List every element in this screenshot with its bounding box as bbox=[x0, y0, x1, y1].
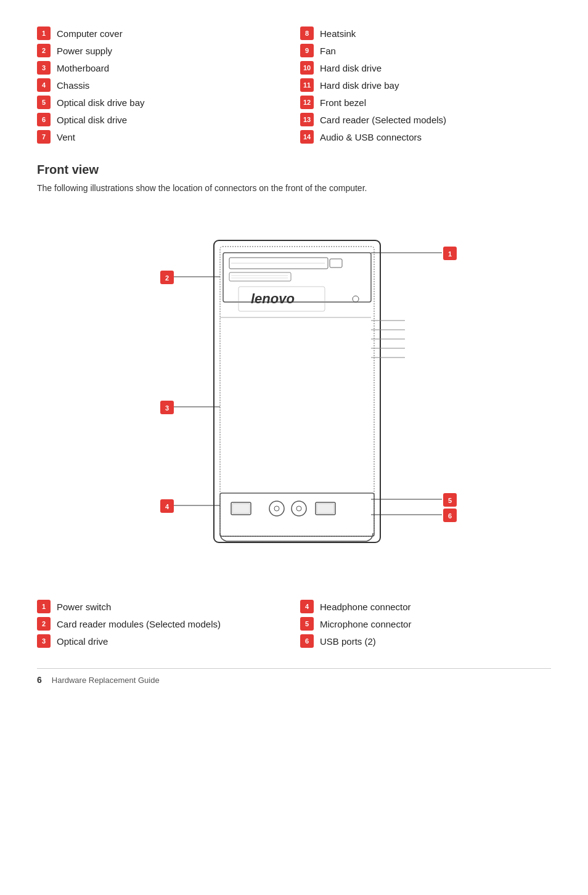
badge-10: 10 bbox=[300, 61, 314, 75]
callout-label-2: Card reader modules (Selected models) bbox=[57, 619, 221, 629]
callout-item-2: 2 Card reader modules (Selected models) bbox=[37, 615, 288, 632]
svg-rect-21 bbox=[317, 504, 334, 513]
badge-9: 9 bbox=[300, 44, 314, 57]
callout-label-3: Optical drive bbox=[57, 636, 108, 647]
part-label-12: Front bezel bbox=[320, 97, 366, 108]
callout-label-5: Microphone connector bbox=[320, 619, 411, 629]
svg-point-16 bbox=[269, 501, 284, 516]
callout-badge-1: 1 bbox=[37, 600, 51, 613]
part-label-13: Card reader (Selected models) bbox=[320, 115, 446, 125]
section-description: The following illustrations show the loc… bbox=[37, 182, 551, 195]
callout-label-1: Power switch bbox=[57, 602, 111, 612]
svg-point-17 bbox=[274, 506, 279, 511]
callout-badge-6: 6 bbox=[300, 634, 314, 648]
part-item-13: 13 Card reader (Selected models) bbox=[300, 111, 551, 128]
badge-12: 12 bbox=[300, 96, 314, 109]
svg-point-19 bbox=[296, 506, 301, 511]
svg-rect-6 bbox=[229, 272, 291, 281]
svg-point-18 bbox=[292, 501, 306, 516]
badge-11: 11 bbox=[300, 78, 314, 92]
section-title: Front view bbox=[37, 163, 551, 177]
front-view-diagram: lenovo 1 bbox=[37, 210, 551, 579]
parts-left-column: 1 Computer cover 2 Power supply 3 Mother… bbox=[37, 25, 288, 145]
badge-6: 6 bbox=[37, 113, 51, 126]
svg-rect-5 bbox=[330, 259, 342, 268]
svg-text:3: 3 bbox=[165, 404, 169, 412]
svg-text:lenovo: lenovo bbox=[251, 291, 295, 306]
svg-rect-0 bbox=[214, 240, 380, 542]
callout-item-3: 3 Optical drive bbox=[37, 632, 288, 650]
part-label-9: Fan bbox=[320, 46, 336, 56]
part-label-2: Power supply bbox=[57, 46, 112, 56]
badge-7: 7 bbox=[37, 130, 51, 144]
part-item-11: 11 Hard disk drive bay bbox=[300, 76, 551, 94]
part-label-7: Vent bbox=[57, 132, 75, 142]
part-label-10: Hard disk drive bbox=[320, 63, 382, 73]
part-item-4: 4 Chassis bbox=[37, 76, 288, 94]
part-item-12: 12 Front bezel bbox=[300, 94, 551, 111]
callout-item-4: 4 Headphone connector bbox=[300, 598, 551, 615]
svg-point-11 bbox=[353, 296, 359, 302]
part-item-6: 6 Optical disk drive bbox=[37, 111, 288, 128]
part-item-5: 5 Optical disk drive bay bbox=[37, 94, 288, 111]
footer-guide-title: Hardware Replacement Guide bbox=[52, 676, 160, 685]
footer: 6 Hardware Replacement Guide bbox=[37, 668, 551, 685]
part-item-2: 2 Power supply bbox=[37, 42, 288, 59]
part-item-3: 3 Motherboard bbox=[37, 59, 288, 76]
svg-text:6: 6 bbox=[448, 512, 452, 520]
callout-right-column: 4 Headphone connector 5 Microphone conne… bbox=[300, 598, 551, 650]
badge-4: 4 bbox=[37, 78, 51, 92]
callout-labels: 1 Power switch 2 Card reader modules (Se… bbox=[37, 598, 551, 650]
part-item-10: 10 Hard disk drive bbox=[300, 59, 551, 76]
callout-badge-2: 2 bbox=[37, 617, 51, 631]
callout-label-4: Headphone connector bbox=[320, 602, 411, 612]
part-label-5: Optical disk drive bay bbox=[57, 97, 145, 108]
part-item-14: 14 Audio & USB connectors bbox=[300, 128, 551, 145]
part-item-1: 1 Computer cover bbox=[37, 25, 288, 42]
diagram-svg: lenovo 1 bbox=[78, 222, 510, 567]
badge-3: 3 bbox=[37, 61, 51, 75]
part-label-14: Audio & USB connectors bbox=[320, 132, 422, 142]
callout-item-6: 6 USB ports (2) bbox=[300, 632, 551, 650]
badge-1: 1 bbox=[37, 27, 51, 40]
callout-badge-4: 4 bbox=[300, 600, 314, 613]
part-label-8: Heatsink bbox=[320, 28, 356, 39]
part-label-4: Chassis bbox=[57, 80, 89, 91]
badge-2: 2 bbox=[37, 44, 51, 57]
svg-text:4: 4 bbox=[165, 503, 169, 510]
svg-text:2: 2 bbox=[165, 274, 169, 282]
part-label-3: Motherboard bbox=[57, 63, 109, 73]
badge-8: 8 bbox=[300, 27, 314, 40]
callout-label-6: USB ports (2) bbox=[320, 636, 376, 647]
callout-left-column: 1 Power switch 2 Card reader modules (Se… bbox=[37, 598, 288, 650]
svg-text:5: 5 bbox=[448, 497, 452, 504]
svg-rect-2 bbox=[223, 253, 371, 302]
badge-5: 5 bbox=[37, 96, 51, 109]
part-item-7: 7 Vent bbox=[37, 128, 288, 145]
svg-text:1: 1 bbox=[448, 250, 452, 258]
badge-13: 13 bbox=[300, 113, 314, 126]
parts-right-column: 8 Heatsink 9 Fan 10 Hard disk drive 11 H… bbox=[300, 25, 551, 145]
callout-badge-3: 3 bbox=[37, 634, 51, 648]
part-label-11: Hard disk drive bay bbox=[320, 80, 399, 91]
footer-page-number: 6 bbox=[37, 675, 42, 685]
parts-list: 1 Computer cover 2 Power supply 3 Mother… bbox=[37, 25, 551, 145]
svg-rect-15 bbox=[232, 504, 250, 513]
callout-item-5: 5 Microphone connector bbox=[300, 615, 551, 632]
badge-14: 14 bbox=[300, 130, 314, 144]
part-label-1: Computer cover bbox=[57, 28, 123, 39]
part-label-6: Optical disk drive bbox=[57, 115, 127, 125]
part-item-9: 9 Fan bbox=[300, 42, 551, 59]
callout-item-1: 1 Power switch bbox=[37, 598, 288, 615]
part-item-8: 8 Heatsink bbox=[300, 25, 551, 42]
callout-badge-5: 5 bbox=[300, 617, 314, 631]
